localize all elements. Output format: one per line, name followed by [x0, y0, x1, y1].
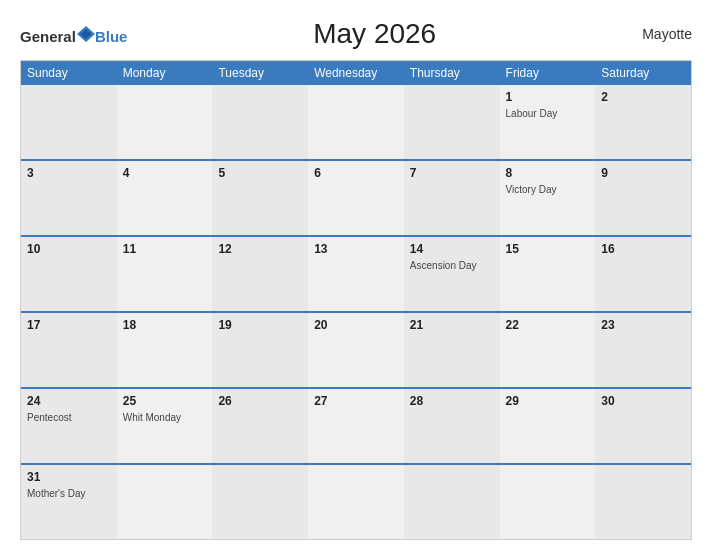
day-number: 10: [27, 241, 111, 258]
day-number: 4: [123, 165, 207, 182]
header-tuesday: Tuesday: [212, 61, 308, 85]
day-event: Ascension Day: [410, 259, 494, 272]
day-cell: 17: [21, 313, 117, 387]
day-cell: 29: [500, 389, 596, 463]
day-cell: 8Victory Day: [500, 161, 596, 235]
day-cell: 5: [212, 161, 308, 235]
day-cell: 12: [212, 237, 308, 311]
day-headers-row: Sunday Monday Tuesday Wednesday Thursday…: [21, 61, 691, 85]
day-number: 19: [218, 317, 302, 334]
day-cell: [21, 85, 117, 159]
day-cell: 1Labour Day: [500, 85, 596, 159]
day-cell: 2: [595, 85, 691, 159]
day-number: 20: [314, 317, 398, 334]
day-number: 31: [27, 469, 111, 486]
day-cell: [404, 465, 500, 539]
header-friday: Friday: [500, 61, 596, 85]
day-cell: 22: [500, 313, 596, 387]
header-monday: Monday: [117, 61, 213, 85]
day-number: 15: [506, 241, 590, 258]
day-cell: 20: [308, 313, 404, 387]
day-cell: 3: [21, 161, 117, 235]
day-cell: [595, 465, 691, 539]
day-number: 22: [506, 317, 590, 334]
day-cell: 21: [404, 313, 500, 387]
day-event: Whit Monday: [123, 411, 207, 424]
week-row-6: 31Mother's Day: [21, 463, 691, 539]
week-row-5: 24Pentecost25Whit Monday2627282930: [21, 387, 691, 463]
day-cell: 16: [595, 237, 691, 311]
day-cell: 27: [308, 389, 404, 463]
day-cell: 23: [595, 313, 691, 387]
logo-general-text: General: [20, 29, 76, 44]
day-cell: 19: [212, 313, 308, 387]
week-row-1: 1Labour Day2: [21, 85, 691, 159]
day-number: 5: [218, 165, 302, 182]
day-cell: [500, 465, 596, 539]
day-number: 26: [218, 393, 302, 410]
day-cell: 13: [308, 237, 404, 311]
day-cell: [308, 85, 404, 159]
day-number: 14: [410, 241, 494, 258]
day-number: 1: [506, 89, 590, 106]
day-cell: 6: [308, 161, 404, 235]
day-cell: 11: [117, 237, 213, 311]
day-number: 29: [506, 393, 590, 410]
day-cell: 26: [212, 389, 308, 463]
day-number: 25: [123, 393, 207, 410]
week-row-4: 17181920212223: [21, 311, 691, 387]
week-row-3: 1011121314Ascension Day1516: [21, 235, 691, 311]
day-cell: 14Ascension Day: [404, 237, 500, 311]
day-cell: 24Pentecost: [21, 389, 117, 463]
day-number: 8: [506, 165, 590, 182]
page: General Blue May 2026 Mayotte Sunday Mon…: [0, 0, 712, 550]
day-number: 24: [27, 393, 111, 410]
day-number: 13: [314, 241, 398, 258]
day-number: 23: [601, 317, 685, 334]
day-cell: 25Whit Monday: [117, 389, 213, 463]
header-sunday: Sunday: [21, 61, 117, 85]
day-number: 3: [27, 165, 111, 182]
calendar-title: May 2026: [127, 18, 622, 50]
day-number: 7: [410, 165, 494, 182]
day-cell: [212, 85, 308, 159]
day-number: 18: [123, 317, 207, 334]
day-cell: 15: [500, 237, 596, 311]
day-cell: 4: [117, 161, 213, 235]
header: General Blue May 2026 Mayotte: [20, 18, 692, 50]
day-event: Victory Day: [506, 183, 590, 196]
country-label: Mayotte: [622, 26, 692, 42]
day-number: 6: [314, 165, 398, 182]
day-number: 21: [410, 317, 494, 334]
header-thursday: Thursday: [404, 61, 500, 85]
day-cell: 7: [404, 161, 500, 235]
day-number: 11: [123, 241, 207, 258]
day-cell: [404, 85, 500, 159]
day-number: 27: [314, 393, 398, 410]
week-row-2: 345678Victory Day9: [21, 159, 691, 235]
day-number: 2: [601, 89, 685, 106]
day-number: 16: [601, 241, 685, 258]
day-cell: 31Mother's Day: [21, 465, 117, 539]
day-event: Pentecost: [27, 411, 111, 424]
day-number: 12: [218, 241, 302, 258]
day-number: 9: [601, 165, 685, 182]
day-number: 28: [410, 393, 494, 410]
day-cell: [117, 85, 213, 159]
day-cell: [212, 465, 308, 539]
day-cell: 28: [404, 389, 500, 463]
logo: General Blue: [20, 25, 127, 44]
day-cell: 18: [117, 313, 213, 387]
logo-flag-icon: [77, 25, 95, 43]
day-cell: [117, 465, 213, 539]
day-event: Mother's Day: [27, 487, 111, 500]
day-event: Labour Day: [506, 107, 590, 120]
day-cell: 9: [595, 161, 691, 235]
calendar-weeks: 1Labour Day2345678Victory Day91011121314…: [21, 85, 691, 539]
day-cell: [308, 465, 404, 539]
day-number: 30: [601, 393, 685, 410]
calendar: Sunday Monday Tuesday Wednesday Thursday…: [20, 60, 692, 540]
day-cell: 30: [595, 389, 691, 463]
day-cell: 10: [21, 237, 117, 311]
header-wednesday: Wednesday: [308, 61, 404, 85]
